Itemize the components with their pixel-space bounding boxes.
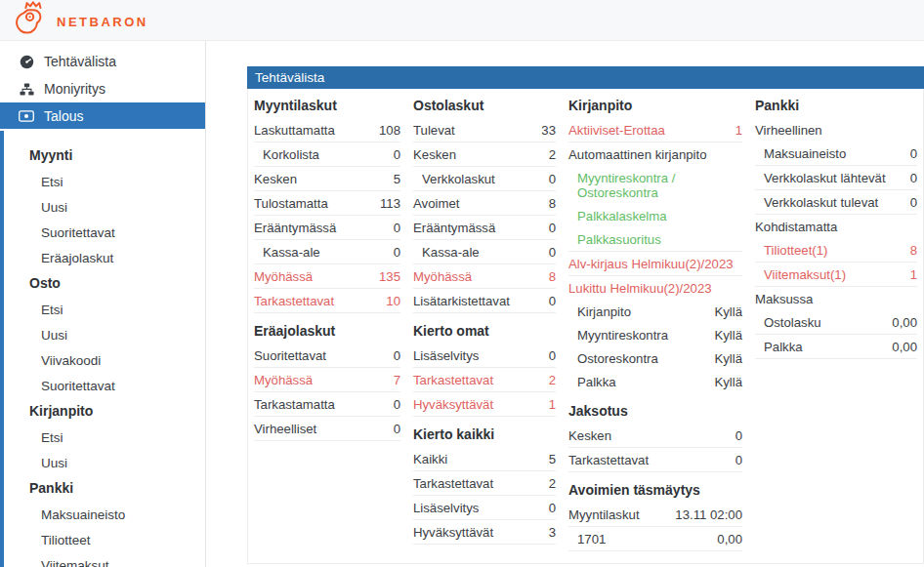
sidebar-item-myynti-eraajolaskut[interactable]: Eräajolaskut [4,245,205,270]
stat-row-tarkastettavat[interactable]: Tarkastettavat2 [413,471,556,496]
stat-value: 8 [549,269,556,284]
stat-row-tarkastettavat[interactable]: Tarkastettavat2 [413,368,556,392]
stat-row-viitemaksut-1[interactable]: Viitemaksut(1)1 [755,263,917,287]
sidebar-item-pankki-viitemaksut[interactable]: Viitemaksut [4,552,205,567]
stat-row-lisaselvitys[interactable]: Lisäselvitys0 [413,344,556,368]
stat-value: 0 [394,348,400,363]
sidebar-item-label: Tehtävälista [44,54,116,69]
stat-row-tarkastettavat[interactable]: Tarkastettavat0 [568,448,742,472]
stat-row-maksuaineisto[interactable]: Maksuaineisto0 [755,142,917,166]
dashboard-column-3: KirjanpitoAktiiviset-Erottaa1Automaattin… [568,91,742,551]
stat-value: 8 [910,243,917,258]
stat-label: Hyväksyttävät [413,397,543,412]
stat-label: Suoritettavat [254,348,388,363]
stat-value: 0 [910,195,917,210]
sidebar-item-osto-suoritettavat[interactable]: Suoritettavat [4,373,205,398]
stat-label: Korkolista [263,147,388,162]
stat-value: 13.11 02:00 [675,507,742,522]
stat-label: 1701 [577,532,711,547]
stat-label: Laskuttamatta [254,123,373,138]
sidebar-submenu: MyyntiEtsiUusiSuoritettavatEräajolaskutO… [0,131,205,567]
stat-row-palkka: PalkkaKyllä [568,370,742,393]
sidebar-item-osto-viivakoodi[interactable]: Viivakoodi [4,347,205,373]
stat-row-kesken[interactable]: Kesken0 [568,424,742,448]
stat-label: Ostoreskontra [577,351,708,366]
stat-label: Tarkastettavat [568,453,730,467]
sidebar-item-osto-uusi[interactable]: Uusi [4,322,205,347]
stat-value: 0 [549,221,556,235]
stat-row-kassa-ale[interactable]: Kassa-ale0 [413,240,556,264]
stat-row-hyvaksyttavat[interactable]: Hyväksyttävät1 [413,392,556,417]
stat-value: 2 [549,476,556,491]
stat-row-verkkolaskut-tulevat[interactable]: Verkkolaskut tulevat0 [755,190,917,215]
sidebar-item-tehtavalista[interactable]: Tehtävälista [0,48,205,75]
sidebar-item-talous[interactable]: Talous [0,102,205,129]
stat-row-palkka[interactable]: Palkka0,00 [755,335,917,359]
sidebar-group-header-pankki: Pankki [4,475,205,502]
stat-value: Kyllä [714,351,742,366]
stat-value: 0 [549,501,556,515]
stat-value: 5 [394,172,400,186]
stat-row-lukittu-helmikuu-2-2023[interactable]: Lukittu Helmikuu(2)/2023 [568,276,742,300]
stat-row-lisaselvitys[interactable]: Lisäselvitys0 [413,496,556,520]
stat-label: Lisätarkistettavat [413,294,543,308]
stat-row-aktiiviset-erottaa[interactable]: Aktiiviset-Erottaa1 [568,118,742,142]
stat-label: Tarkastettavat [413,373,543,387]
section-header-myyntilaskut: Myyntilaskut [254,91,400,118]
stat-value: 10 [386,294,400,308]
stat-label: Maksuaineisto [764,146,904,161]
stat-row-palkkalaskelma[interactable]: Palkkalaskelma [568,204,742,227]
stat-row-tiliotteet-1[interactable]: Tiliotteet(1)8 [755,238,917,263]
stat-row-verkkolaskut[interactable]: Verkkolaskut0 [413,167,556,191]
stat-row-alv-kirjaus-helmikuu-2-2023[interactable]: Alv-kirjaus Helmikuu(2)/2023 [568,252,742,276]
stat-row-lisatarkistettavat[interactable]: Lisätarkistettavat0 [413,289,556,313]
stat-row-palkkasuoritus[interactable]: Palkkasuoritus [568,227,742,252]
stat-row-myyntilaskut[interactable]: Myyntilaskut13.11 02:00 [568,503,742,527]
stat-label: Myyntilaskut [568,507,669,522]
sidebar-item-myynti-etsi[interactable]: Etsi [4,169,205,194]
sidebar-item-kirjanpito-etsi[interactable]: Etsi [4,425,205,450]
sidebar-item-moniyritys[interactable]: Moniyritys [0,75,205,102]
stat-label: Virheellinen [755,123,917,138]
stat-row-tarkastamatta[interactable]: Tarkastamatta0 [254,392,400,417]
stat-row-tarkastettavat[interactable]: Tarkastettavat10 [254,289,400,313]
stat-row-tulevat[interactable]: Tulevat33 [413,118,556,142]
stat-row-myohassa[interactable]: Myöhässä7 [254,368,400,392]
group-label-automaattinen-kirjanpito: Automaattinen kirjanpito [568,142,742,166]
stat-label: Alv-kirjaus Helmikuu(2)/2023 [568,257,742,271]
stat-row-myyntireskontra-ostoreskontra[interactable]: Myyntireskontra / Ostoreskontra [568,166,742,204]
stat-row-virheelliset[interactable]: Virheelliset0 [254,417,400,441]
stat-row-kaikki[interactable]: Kaikki5 [413,447,556,471]
stat-value: 113 [380,196,400,211]
stat-row-suoritettavat[interactable]: Suoritettavat0 [254,344,400,368]
stat-row-ostolasku[interactable]: Ostolasku0,00 [755,310,917,335]
stat-row-eraantymassa[interactable]: Erääntymässä0 [413,216,556,240]
sidebar-item-myynti-uusi[interactable]: Uusi [4,194,205,220]
stat-row-korkolista[interactable]: Korkolista0 [254,142,400,167]
stat-row-kassa-ale[interactable]: Kassa-ale0 [254,240,400,264]
sidebar-item-myynti-suoritettavat[interactable]: Suoritettavat [4,220,205,245]
stat-value: 0 [394,221,400,235]
sidebar-item-pankki-maksuaineisto[interactable]: Maksuaineisto [4,502,205,527]
stat-row-myohassa[interactable]: Myöhässä135 [254,264,400,289]
stat-row-1701[interactable]: 17010,00 [568,527,742,551]
stat-label: Maksussa [755,292,917,306]
stat-row-verkkolaskut-lahtevat[interactable]: Verkkolaskut lähtevät0 [755,166,917,190]
stat-row-myohassa[interactable]: Myöhässä8 [413,264,556,289]
stat-label: Palkkalaskelma [577,209,742,223]
stat-row-ostoreskontra: OstoreskontraKyllä [568,346,742,370]
stat-row-hyvaksyttavat[interactable]: Hyväksyttävät3 [413,520,556,545]
stat-row-myyntireskontra: MyyntireskontraKyllä [568,323,742,346]
stat-row-eraantymassa[interactable]: Erääntymässä0 [254,216,400,240]
sidebar-item-label: Moniyritys [44,81,105,97]
stat-row-tulostamatta[interactable]: Tulostamatta113 [254,191,400,216]
stat-row-kesken[interactable]: Kesken5 [254,167,400,191]
stat-label: Myyntireskontra / Ostoreskontra [577,171,742,200]
sidebar-item-pankki-tiliotteet[interactable]: Tiliotteet [4,527,205,552]
stat-label: Myyntireskontra [577,328,708,343]
stat-row-kesken[interactable]: Kesken2 [413,142,556,167]
sidebar-item-kirjanpito-uusi[interactable]: Uusi [4,450,205,475]
stat-row-laskuttamatta[interactable]: Laskuttamatta108 [254,118,400,142]
stat-row-avoimet[interactable]: Avoimet8 [413,191,556,216]
sidebar-item-osto-etsi[interactable]: Etsi [4,297,205,322]
